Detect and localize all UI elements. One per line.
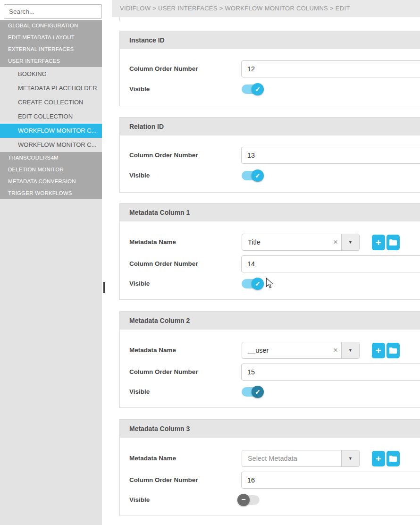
- check-icon: ✓: [252, 169, 264, 182]
- panel-title: Metadata Column 1: [120, 203, 420, 221]
- browse-metadata-button[interactable]: [386, 451, 400, 466]
- sidebar-item-trigger-workflows[interactable]: TRIGGER WORKFLOWS: [0, 187, 102, 199]
- clear-icon[interactable]: ×: [333, 234, 338, 250]
- minus-icon: −: [237, 494, 250, 506]
- browse-metadata-button[interactable]: [386, 343, 400, 358]
- sidebar-item-user-interfaces[interactable]: USER INTERFACES: [0, 55, 102, 67]
- add-metadata-button[interactable]: +: [372, 451, 385, 466]
- panel-title: Relation ID: [120, 118, 420, 135]
- sidebar-item-transcoders4m[interactable]: TRANSCODERS4M: [0, 152, 102, 164]
- plus-icon: +: [376, 346, 381, 356]
- metadata-name-combobox[interactable]: Title × ▼: [242, 234, 360, 251]
- visible-toggle[interactable]: −: [242, 495, 260, 505]
- panel-metadata-column-3: Metadata Column 3 Metadata Name Select M…: [119, 419, 420, 516]
- column-order-number-input[interactable]: [241, 255, 420, 272]
- sidebar-item-metadata-conversion[interactable]: METADATA CONVERSION: [0, 176, 102, 187]
- scrollbar-thumb[interactable]: [103, 282, 105, 293]
- sidebar-item-edit-collection[interactable]: EDIT COLLECTION: [0, 110, 102, 124]
- metadata-name-label: Metadata Name: [129, 454, 176, 463]
- folder-icon: [389, 347, 397, 354]
- metadata-name-combobox[interactable]: __user × ▼: [242, 342, 360, 359]
- panel-metadata-column-2: Metadata Column 2 Metadata Name __user ×…: [119, 311, 420, 408]
- sidebar-item-booking[interactable]: BOOKING: [0, 67, 102, 81]
- dropdown-arrow-icon[interactable]: ▼: [341, 234, 359, 250]
- search-container: [0, 0, 102, 20]
- column-order-number-input[interactable]: [241, 472, 420, 489]
- combobox-value: Title: [248, 234, 260, 250]
- metadata-name-label: Metadata Name: [129, 346, 176, 355]
- sidebar-item-global-configuration[interactable]: GLOBAL CONFIGURATION: [0, 20, 102, 32]
- visible-label: Visible: [129, 85, 150, 93]
- column-order-number-label: Column Order Number: [129, 260, 198, 268]
- panel-title: Metadata Column 3: [120, 420, 420, 438]
- check-icon: ✓: [252, 278, 264, 290]
- breadcrumb: VIDIFLOW > USER INTERFACES > WORKFLOW MO…: [112, 0, 420, 17]
- dropdown-arrow-icon[interactable]: ▼: [341, 450, 359, 466]
- combobox-placeholder: Select Metadata: [248, 450, 297, 466]
- visible-toggle[interactable]: ✓: [242, 171, 260, 180]
- folder-icon: [389, 456, 397, 462]
- column-order-number-input[interactable]: [241, 60, 420, 77]
- metadata-name-combobox[interactable]: Select Metadata ▼: [242, 450, 360, 467]
- visible-toggle[interactable]: ✓: [242, 85, 260, 94]
- column-order-number-input[interactable]: [241, 364, 420, 381]
- visible-label: Visible: [129, 279, 150, 288]
- sidebar-item-metadata-placeholder[interactable]: METADATA PLACEHOLDER: [0, 81, 102, 95]
- browse-metadata-button[interactable]: [386, 235, 400, 250]
- visible-toggle[interactable]: ✓: [242, 387, 260, 397]
- search-input[interactable]: [4, 4, 102, 19]
- dropdown-arrow-icon[interactable]: ▼: [341, 342, 359, 358]
- sidebar-item-workflow-monitor-columns-2[interactable]: WORKFLOW MONITOR C...: [0, 138, 102, 152]
- plus-icon: +: [376, 237, 381, 247]
- visible-label: Visible: [129, 171, 150, 180]
- sidebar: GLOBAL CONFIGURATION EDIT METADATA LAYOU…: [0, 0, 102, 525]
- metadata-name-label: Metadata Name: [129, 238, 176, 246]
- sidebar-item-edit-metadata-layout[interactable]: EDIT METADATA LAYOUT: [0, 32, 102, 43]
- mouse-cursor-icon: [266, 278, 274, 291]
- column-order-number-label: Column Order Number: [129, 368, 198, 376]
- folder-icon: [389, 239, 397, 246]
- sidebar-background: [0, 199, 102, 525]
- visible-toggle[interactable]: ✓: [242, 279, 260, 288]
- panel-instance-id: Instance ID Column Order Number Visible …: [119, 31, 420, 106]
- plus-icon: +: [376, 454, 381, 464]
- column-order-number-label: Column Order Number: [129, 65, 198, 73]
- partial-card-bottom: [119, 17, 420, 21]
- check-icon: ✓: [252, 83, 264, 95]
- column-order-number-label: Column Order Number: [129, 151, 198, 160]
- add-metadata-button[interactable]: +: [372, 343, 385, 358]
- column-order-number-input[interactable]: [241, 147, 420, 164]
- sidebar-item-workflow-monitor-columns[interactable]: WORKFLOW MONITOR C...: [0, 124, 102, 138]
- combobox-value: __user: [248, 342, 269, 358]
- panel-title: Instance ID: [120, 31, 420, 49]
- column-order-number-label: Column Order Number: [129, 476, 198, 484]
- clear-icon[interactable]: ×: [333, 342, 338, 358]
- add-metadata-button[interactable]: +: [372, 235, 385, 250]
- visible-label: Visible: [129, 388, 150, 396]
- check-icon: ✓: [252, 386, 264, 398]
- panel-title: Metadata Column 2: [120, 312, 420, 330]
- sidebar-item-deletion-monitor[interactable]: DELETION MONITOR: [0, 164, 102, 176]
- sidebar-item-external-interfaces[interactable]: EXTERNAL INTERFACES: [0, 43, 102, 55]
- panel-relation-id: Relation ID Column Order Number Visible …: [119, 117, 420, 193]
- sidebar-item-create-collection[interactable]: CREATE COLLECTION: [0, 95, 102, 110]
- visible-label: Visible: [129, 496, 150, 504]
